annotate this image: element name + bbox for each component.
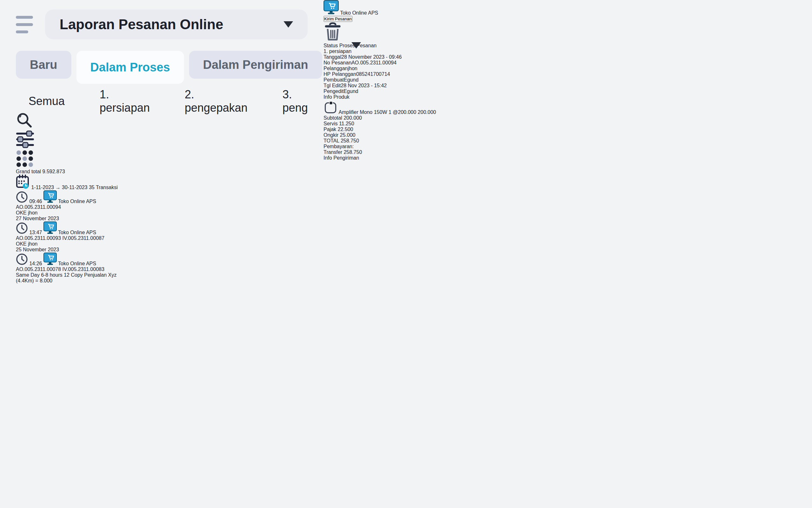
order-time: 14:26 — [29, 261, 42, 266]
meta-label: Tanggal — [323, 54, 341, 60]
report-selector[interactable]: Laporan Pesanan Online — [45, 9, 308, 39]
status-select-value: 1. persiapan — [323, 48, 352, 54]
tab-dalam-pengiriman[interactable]: Dalam Pengiriman — [189, 51, 322, 79]
order-note: OKE — [16, 210, 27, 215]
date-range-text: 1-11-2023 → 30-11-2023 — [31, 185, 87, 190]
status-row: Status Proses Pesanan 1. persiapan — [323, 43, 436, 54]
status-label: Status Proses Pesanan — [323, 43, 376, 48]
grid-dots-icon — [16, 150, 34, 168]
chip-pengiriman[interactable]: 3. peng — [270, 91, 320, 112]
grand-total-card: Grand total 9.592.873 1-11-2023 → — [16, 169, 308, 190]
status-tabs: Baru Dalam Proses Dalam Pengiriman S — [16, 51, 308, 80]
search-button[interactable] — [16, 112, 308, 130]
order-customer: jhon — [28, 241, 37, 247]
clock-icon — [16, 191, 28, 203]
meta-label: Pengedit — [323, 88, 344, 94]
tutorial-spotlight: Kirim Pesanan — [323, 16, 436, 22]
order-meta-box: Tanggal28 November 2023 - 09:46 No Pesan… — [323, 54, 436, 94]
chip-semua[interactable]: Semua — [16, 91, 77, 112]
order-detail-panel: Toko Online APS Kirim Pesanan Status Pro… — [323, 0, 436, 508]
left-header: Laporan Pesanan Online — [16, 9, 308, 39]
stage-filter-chips: Semua 1. persiapan 2. pengepakan 3. peng — [16, 91, 308, 112]
fee-row-pajak: Pajak 22.500 — [323, 127, 436, 132]
store-monitor-icon — [323, 0, 339, 14]
order-store: Toko Online APS — [58, 199, 96, 204]
store-monitor-icon — [43, 190, 57, 203]
report-selector-label: Laporan Pesanan Online — [60, 16, 223, 32]
fee-label: Servis — [323, 121, 337, 126]
subtotal-row: Subtotal 200.000 — [323, 115, 436, 121]
chip-pengepakan[interactable]: 2. pengepakan — [172, 91, 260, 112]
product-unit-price: @200.000 — [393, 110, 416, 115]
subtotal-value: 200.000 — [344, 115, 362, 121]
store-name: Toko Online APS — [340, 10, 378, 15]
product-line-total: 200.000 — [418, 110, 436, 115]
list-toolbar — [16, 112, 308, 169]
invoice-number: IV.005.2311.00083 — [62, 266, 105, 272]
trash-icon — [323, 22, 342, 42]
fee-row-ongkir: Ongkir 25.000 — [323, 132, 436, 138]
date-group-header: 27 November 2023 — [16, 216, 308, 221]
store-monitor-icon — [43, 221, 57, 234]
clock-icon — [16, 222, 28, 234]
total-row: TOTAL 258.750 — [323, 138, 436, 144]
order-item-summary: 12 Copy Penjualan Xyz — [64, 272, 117, 278]
delete-order-button[interactable] — [323, 22, 436, 43]
order-time: 13:47 — [29, 230, 42, 235]
chevron-down-icon — [283, 21, 293, 28]
total-value: 258.750 — [341, 138, 359, 143]
grid-view-button[interactable] — [16, 150, 308, 169]
hamburger-menu-icon[interactable] — [16, 16, 33, 33]
order-list-panel: Laporan Pesanan Online Baru Dalam Proses… — [0, 0, 323, 508]
order-number: AO.005.2311.00078 — [16, 266, 61, 272]
product-name: Amplifier Mono 150W — [339, 110, 387, 115]
product-qty: 1 — [389, 110, 392, 115]
info-produk-box: Info Produk Amplifier Mono 150W 1 @200.0… — [323, 94, 436, 155]
tab-dalam-proses[interactable]: Dalam Proses — [77, 51, 184, 84]
meta-value: 28 Nov 2023 — [341, 83, 369, 88]
fee-value: 25.000 — [340, 132, 356, 138]
payment-method: Transfer — [323, 150, 342, 155]
order-time: 09:46 — [29, 199, 42, 204]
fee-value: 11.250 — [339, 121, 354, 126]
order-card[interactable]: 14:26 Toko Online APS AO.005.2311.00078 … — [16, 253, 308, 284]
order-customer: jhon — [28, 210, 37, 215]
order-store: Toko Online APS — [58, 230, 96, 235]
info-pengiriman-box: Info Pengiriman — [323, 155, 436, 161]
meta-value: Egund — [344, 77, 358, 83]
transaction-count: 35 Transaksi — [89, 185, 118, 190]
clock-icon — [16, 253, 28, 265]
order-note: OKE — [16, 241, 27, 247]
meta-value: AO.005.2311.00094 — [352, 60, 397, 66]
payment-amount: 258.750 — [344, 150, 362, 155]
product-line-item[interactable]: Amplifier Mono 150W 1 @200.000 200.000 — [323, 100, 436, 115]
meta-value: 28 November 2023 — [341, 54, 385, 60]
info-produk-title: Info Produk — [323, 94, 436, 100]
order-card[interactable]: 09:46 Toko Online APS AO.005.2311.00094 … — [16, 190, 308, 216]
chip-persiapan[interactable]: 1. persiapan — [87, 91, 163, 112]
fee-value: 22.500 — [337, 127, 353, 132]
status-select[interactable]: 1. persiapan — [323, 48, 436, 54]
store-title: Toko Online APS — [323, 0, 436, 16]
order-number: AO.005.2311.00093 — [16, 236, 61, 241]
kirim-pesanan-button[interactable]: Kirim Pesanan — [323, 16, 352, 22]
date-range[interactable]: 1-11-2023 → 30-11-2023 — [16, 185, 89, 190]
order-card[interactable]: 13:47 Toko Online APS AO.005.2311.00093 … — [16, 221, 308, 247]
grand-total-label: Grand total — [16, 169, 41, 174]
order-note-line2: (4.4Km) = 8.000 — [16, 278, 308, 284]
tab-baru[interactable]: Baru — [16, 51, 72, 79]
subtotal-label: Subtotal — [323, 115, 342, 121]
filter-sliders-icon — [16, 130, 34, 149]
chevron-down-icon — [352, 42, 361, 54]
order-number: AO.005.2311.00094 — [16, 204, 61, 210]
store-monitor-icon — [43, 253, 57, 265]
fee-label: Ongkir — [323, 132, 339, 138]
date-group-header: 25 November 2023 — [16, 247, 308, 253]
filter-button[interactable] — [16, 130, 308, 150]
detail-header: Toko Online APS Kirim Pesanan — [323, 0, 436, 43]
meta-value: 085241700714 — [356, 71, 390, 77]
calendar-icon — [16, 174, 30, 189]
order-store: Toko Online APS — [58, 261, 96, 266]
meta-label: Pembuat — [323, 77, 344, 83]
info-pengiriman-title: Info Pengiriman — [323, 155, 436, 161]
